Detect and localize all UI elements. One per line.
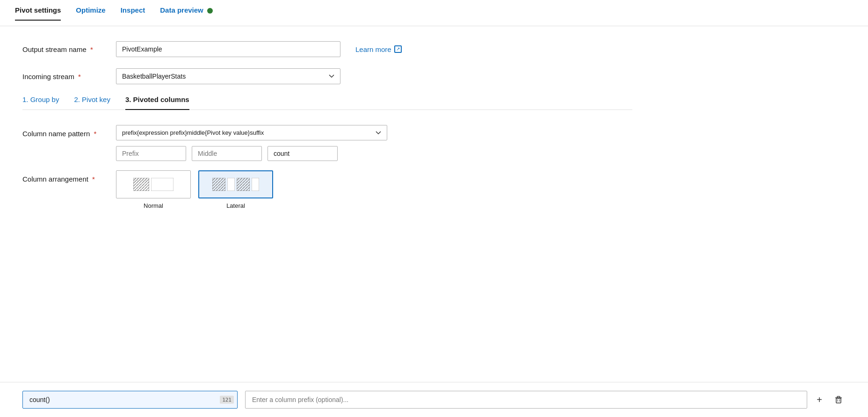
pattern-required: *	[94, 130, 96, 138]
sub-tab-bar: 1. Group by 2. Pivot key 3. Pivoted colu…	[22, 95, 632, 110]
column-prefix-input[interactable]	[245, 391, 807, 409]
main-content: Output stream name * Learn more Incoming…	[0, 26, 655, 234]
arrangement-lateral-label: Lateral	[226, 202, 245, 209]
tab-pivot-settings[interactable]: Pivot settings	[15, 6, 61, 21]
column-name-pattern-section: Column name pattern * prefix{expression …	[22, 125, 632, 161]
pattern-fields	[116, 146, 387, 161]
arrangement-lateral-card[interactable]	[198, 170, 273, 198]
data-preview-dot	[207, 8, 213, 14]
tab-inspect[interactable]: Inspect	[121, 6, 145, 21]
bottom-bar: 121 +	[0, 382, 868, 417]
normal-plain	[151, 178, 174, 191]
svg-rect-7	[212, 178, 225, 191]
lateral-visual	[212, 178, 259, 191]
external-link-icon	[394, 45, 402, 53]
column-name-pattern-label: Column name pattern *	[22, 125, 116, 138]
arrangement-lateral[interactable]: Lateral	[198, 170, 273, 209]
trash-icon	[833, 395, 844, 405]
output-stream-required: *	[90, 45, 93, 53]
lateral-hatch-2	[237, 178, 250, 191]
svg-rect-11	[237, 178, 250, 191]
expression-input[interactable]	[22, 391, 238, 409]
expression-badge: 121	[220, 396, 234, 404]
svg-rect-4	[151, 178, 174, 191]
output-stream-label: Output stream name *	[22, 45, 116, 53]
lateral-plain-2	[252, 178, 259, 191]
svg-rect-8	[227, 178, 235, 191]
tab-data-preview[interactable]: Data preview	[160, 6, 213, 21]
suffix-field[interactable]	[268, 146, 338, 161]
add-button[interactable]: +	[815, 393, 824, 407]
pattern-controls: prefix{expression prefix}middle{Pivot ke…	[116, 125, 387, 161]
arrangement-options: Normal	[116, 170, 273, 209]
top-tab-bar: Pivot settings Optimize Inspect Data pre…	[0, 0, 868, 26]
arrangement-normal[interactable]: Normal	[116, 170, 191, 209]
learn-more-link[interactable]: Learn more	[355, 45, 402, 53]
output-stream-input[interactable]	[116, 41, 340, 57]
column-name-pattern-select[interactable]: prefix{expression prefix}middle{Pivot ke…	[116, 125, 387, 140]
incoming-stream-select[interactable]: BasketballPlayerStats	[116, 68, 340, 84]
svg-rect-3	[133, 178, 149, 191]
tab-optimize[interactable]: Optimize	[76, 6, 105, 21]
column-arrangement-section: Column arrangement *	[22, 170, 632, 209]
arrangement-normal-label: Normal	[144, 202, 163, 209]
column-arrangement-label: Column arrangement *	[22, 170, 116, 183]
prefix-field[interactable]	[116, 146, 186, 161]
incoming-stream-label: Incoming stream *	[22, 73, 116, 80]
svg-rect-13	[836, 398, 841, 403]
arrangement-normal-card[interactable]	[116, 170, 191, 198]
arrangement-required: *	[92, 175, 95, 183]
sub-tab-pivoted-columns[interactable]: 3. Pivoted columns	[125, 95, 189, 110]
normal-visual	[133, 178, 174, 191]
svg-rect-15	[837, 396, 840, 398]
output-stream-row: Output stream name * Learn more	[22, 41, 632, 57]
sub-tab-pivot-key[interactable]: 2. Pivot key	[74, 95, 110, 110]
lateral-hatch-1	[212, 178, 225, 191]
lateral-plain-1	[227, 178, 235, 191]
incoming-stream-required: *	[78, 73, 81, 80]
expression-wrap: 121	[22, 391, 238, 409]
delete-button[interactable]	[832, 393, 846, 407]
normal-hatch-1	[133, 178, 149, 191]
incoming-stream-row: Incoming stream * BasketballPlayerStats	[22, 68, 632, 84]
middle-field[interactable]	[192, 146, 262, 161]
svg-rect-12	[252, 178, 259, 191]
sub-tab-group-by[interactable]: 1. Group by	[22, 95, 59, 110]
